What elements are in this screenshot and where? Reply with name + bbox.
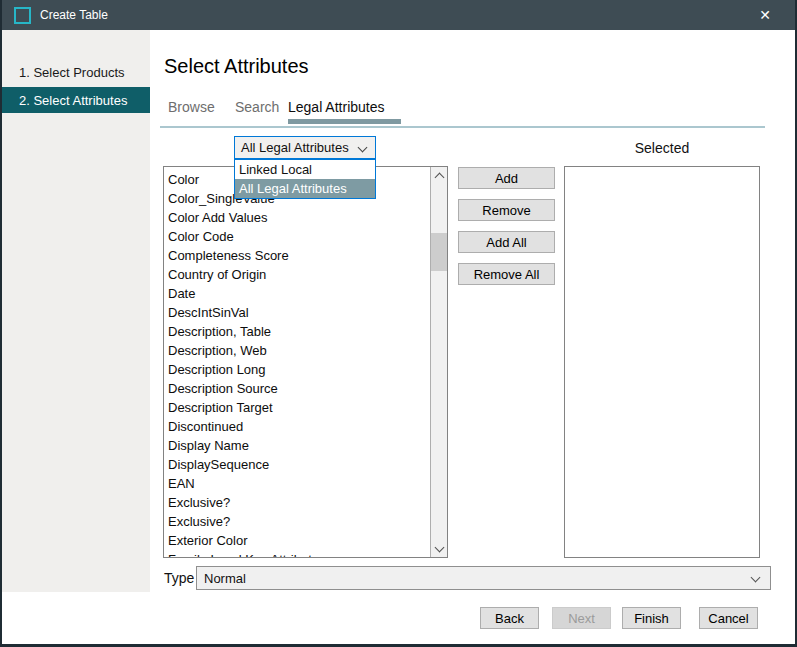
chevron-down-icon (751, 573, 761, 583)
add-button[interactable]: Add (458, 167, 555, 189)
finish-button[interactable]: Finish (622, 607, 681, 629)
attribute-filter-dropdown[interactable]: All Legal Attributes (234, 136, 376, 159)
close-button[interactable]: ✕ (743, 0, 787, 30)
remove-all-button[interactable]: Remove All (458, 263, 555, 285)
attribute-list-item[interactable]: Discontinued (164, 417, 429, 436)
chevron-up-icon (434, 172, 444, 182)
page-title: Select Attributes (164, 55, 309, 78)
attribute-list-item[interactable]: Exclusive? (164, 512, 429, 531)
attribute-list-item[interactable]: Description Long (164, 360, 429, 379)
attribute-list-item[interactable]: Exclusive? (164, 493, 429, 512)
scroll-thumb[interactable] (431, 233, 447, 271)
attribute-filter-value: All Legal Attributes (241, 140, 349, 155)
remove-button[interactable]: Remove (458, 199, 555, 221)
attribute-list-item[interactable]: Color Add Values (164, 208, 429, 227)
window-icon (14, 7, 31, 24)
close-icon: ✕ (759, 7, 771, 23)
window-title: Create Table (40, 8, 108, 22)
active-tab-indicator (288, 119, 401, 124)
scrollbar[interactable] (430, 167, 447, 557)
selected-label: Selected (564, 140, 760, 156)
tab-browse[interactable]: Browse (168, 99, 215, 115)
type-label: Type (164, 570, 194, 586)
attribute-list-item[interactable]: Completeness Score (164, 246, 429, 265)
scroll-up-button[interactable] (431, 167, 447, 184)
attribute-list-item[interactable]: DisplaySequence (164, 455, 429, 474)
scroll-down-button[interactable] (431, 540, 447, 557)
tab-legal-attributes[interactable]: Legal Attributes (288, 99, 385, 115)
attribute-list-item[interactable]: Color Code (164, 227, 429, 246)
attribute-list-item[interactable]: Display Name (164, 436, 429, 455)
back-button[interactable]: Back (480, 607, 539, 629)
type-select[interactable]: Normal (196, 566, 771, 590)
next-button: Next (552, 607, 611, 629)
option-all-legal-attributes[interactable]: All Legal Attributes (235, 179, 375, 198)
create-table-dialog: Create Table ✕ 1. Select Products 2. Sel… (0, 0, 797, 647)
add-all-button[interactable]: Add All (458, 231, 555, 253)
step-select-products[interactable]: 1. Select Products (2, 59, 150, 85)
selected-attributes-list[interactable] (564, 166, 760, 558)
tabs-divider-line (160, 126, 765, 128)
attribute-list-item[interactable]: Description, Table (164, 322, 429, 341)
step-select-attributes[interactable]: 2. Select Attributes (2, 87, 150, 113)
attribute-list-item[interactable]: Description Source (164, 379, 429, 398)
step-label: 1. Select Products (19, 65, 125, 80)
cancel-button[interactable]: Cancel (699, 607, 758, 629)
available-attributes-list[interactable]: ColorColor_SingleValueColor Add ValuesCo… (163, 166, 448, 558)
attribute-list-item[interactable]: Description Target (164, 398, 429, 417)
attribute-list-item[interactable]: EAN (164, 474, 429, 493)
attribute-filter-popup: Linked Local All Legal Attributes (234, 159, 376, 199)
step-label: 2. Select Attributes (19, 93, 127, 108)
available-attributes-items: ColorColor_SingleValueColor Add ValuesCo… (164, 170, 429, 557)
tab-search[interactable]: Search (235, 99, 279, 115)
wizard-sidebar: 1. Select Products 2. Select Attributes (2, 30, 150, 592)
option-linked-local[interactable]: Linked Local (235, 160, 375, 179)
chevron-down-icon (434, 542, 444, 552)
attribute-list-item[interactable]: Family-Level Key Attribute (164, 550, 429, 557)
attribute-list-item[interactable]: Date (164, 284, 429, 303)
chevron-down-icon (358, 143, 368, 153)
type-select-value: Normal (204, 571, 246, 586)
attribute-list-item[interactable]: Description, Web (164, 341, 429, 360)
attribute-list-item[interactable]: DescIntSinVal (164, 303, 429, 322)
attribute-list-item[interactable]: Exterior Color (164, 531, 429, 550)
title-bar: Create Table ✕ (0, 0, 797, 30)
window-border (0, 0, 2, 647)
attribute-list-item[interactable]: Country of Origin (164, 265, 429, 284)
